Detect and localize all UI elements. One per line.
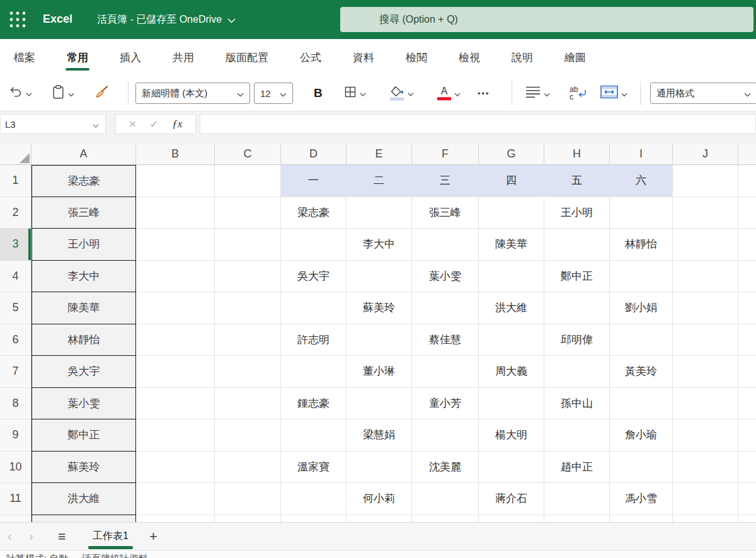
- cell-f7[interactable]: [412, 356, 479, 388]
- cell-a6[interactable]: 林靜怡: [32, 324, 136, 356]
- cell-j5[interactable]: [673, 292, 738, 324]
- cell-i6[interactable]: [610, 324, 673, 356]
- cell-k3[interactable]: [738, 229, 756, 261]
- cell-f1[interactable]: 三: [412, 165, 479, 197]
- cell-c1[interactable]: [215, 165, 281, 197]
- cell-g9[interactable]: 楊大明: [479, 419, 544, 452]
- next-sheet-button[interactable]: ›: [29, 523, 33, 550]
- ribbon-tab-home[interactable]: 常用: [67, 50, 88, 65]
- row-header-10[interactable]: 10: [0, 452, 32, 484]
- cell-e5[interactable]: 蘇美玲: [346, 292, 412, 324]
- column-header-c[interactable]: C: [215, 144, 281, 165]
- ribbon-tab-draw[interactable]: 繪圖: [564, 50, 586, 65]
- paste-button[interactable]: [52, 85, 74, 102]
- cell-c8[interactable]: [215, 388, 281, 420]
- app-name[interactable]: Excel: [43, 13, 72, 26]
- cell-f6[interactable]: 蔡佳慧: [412, 324, 479, 356]
- cell-b11[interactable]: [136, 483, 215, 515]
- font-size-select[interactable]: 12: [254, 83, 293, 104]
- column-header-j[interactable]: J: [673, 144, 738, 165]
- cell-i4[interactable]: [610, 261, 673, 293]
- alignment-button[interactable]: [525, 86, 550, 101]
- ribbon-tab-insert[interactable]: 插入: [120, 50, 141, 65]
- ribbon-tab-formulas[interactable]: 公式: [300, 50, 321, 65]
- column-header-g[interactable]: G: [479, 144, 544, 165]
- app-launcher-icon[interactable]: [9, 11, 26, 31]
- number-format-select[interactable]: 通用格式: [650, 83, 756, 104]
- cell-c5[interactable]: [215, 292, 281, 324]
- cell-j8[interactable]: [673, 388, 738, 420]
- undo-button[interactable]: [9, 85, 32, 101]
- ribbon-tab-view[interactable]: 檢視: [459, 50, 480, 65]
- wrap-text-button[interactable]: ab c: [569, 85, 586, 101]
- calc-mode-status[interactable]: 計算模式: 自動: [6, 553, 68, 558]
- cell-g10[interactable]: [479, 452, 544, 484]
- cell-a2[interactable]: 張三峰: [32, 197, 136, 229]
- row-header-7[interactable]: 7: [0, 356, 32, 388]
- cell-c12[interactable]: [215, 515, 281, 523]
- cell-c4[interactable]: [215, 261, 281, 293]
- cell-a11[interactable]: 洪大維: [32, 483, 136, 515]
- cell-j9[interactable]: [673, 419, 738, 452]
- cell-j6[interactable]: [673, 324, 738, 356]
- cell-i11[interactable]: 馮小雪: [610, 483, 673, 515]
- column-header-k-partial[interactable]: [738, 144, 756, 165]
- cell-d7[interactable]: [281, 356, 346, 388]
- cell-k2[interactable]: [738, 197, 756, 229]
- row-header-1[interactable]: 1: [0, 165, 32, 197]
- workbook-stats-status[interactable]: 活頁簿統計資料: [82, 553, 148, 558]
- cell-g5[interactable]: 洪大維: [479, 292, 544, 324]
- column-header-b[interactable]: B: [136, 144, 215, 165]
- cell-k1[interactable]: [738, 165, 756, 197]
- row-header-8[interactable]: 8: [0, 388, 32, 420]
- row-header-4[interactable]: 4: [0, 261, 32, 293]
- cell-g3[interactable]: 陳美華: [479, 229, 544, 261]
- row-header-11[interactable]: 11: [0, 483, 32, 515]
- row-header-6[interactable]: 6: [0, 324, 32, 356]
- column-header-a[interactable]: A: [32, 144, 136, 165]
- cell-b5[interactable]: [136, 292, 215, 324]
- cell-e3[interactable]: 李大中: [346, 229, 412, 261]
- cell-g12[interactable]: [479, 515, 544, 523]
- more-font-options-button[interactable]: •••: [478, 89, 490, 98]
- cell-j2[interactable]: [673, 197, 738, 229]
- cell-h1[interactable]: 五: [544, 165, 610, 197]
- cell-e1[interactable]: 二: [346, 165, 412, 197]
- cell-h2[interactable]: 王小明: [544, 197, 610, 229]
- row-header-2[interactable]: 2: [0, 197, 32, 229]
- confirm-entry-button[interactable]: ✓: [149, 118, 158, 131]
- row-header-3[interactable]: 3: [0, 229, 32, 261]
- cell-c3[interactable]: [215, 229, 281, 261]
- cancel-entry-button[interactable]: ×: [129, 117, 136, 131]
- cell-i10[interactable]: [610, 452, 673, 484]
- cell-b9[interactable]: [136, 419, 215, 452]
- cell-g1[interactable]: 四: [479, 165, 544, 197]
- cell-k4[interactable]: [738, 261, 756, 293]
- cell-a8[interactable]: 葉小雯: [32, 388, 136, 420]
- cell-d3[interactable]: [281, 229, 346, 261]
- cell-f10[interactable]: 沈美麗: [412, 452, 479, 484]
- cell-d1[interactable]: 一: [281, 165, 346, 197]
- cell-e6[interactable]: [346, 324, 412, 356]
- cell-e11[interactable]: 何小莉: [346, 483, 412, 515]
- column-header-d[interactable]: D: [281, 144, 346, 165]
- cell-f5[interactable]: [412, 292, 479, 324]
- select-all-button[interactable]: [0, 144, 32, 165]
- cell-c6[interactable]: [215, 324, 281, 356]
- cell-e10[interactable]: [346, 452, 412, 484]
- cell-j11[interactable]: [673, 483, 738, 515]
- cell-h10[interactable]: 趙中正: [544, 452, 610, 484]
- cell-h12[interactable]: [544, 515, 610, 523]
- sheet-tab-active[interactable]: 工作表1: [87, 523, 134, 550]
- row-header-5[interactable]: 5: [0, 292, 32, 324]
- borders-button[interactable]: [344, 86, 366, 101]
- cell-g2[interactable]: [479, 197, 544, 229]
- cell-k11[interactable]: [738, 483, 756, 515]
- cell-e4[interactable]: [346, 261, 412, 293]
- bold-button[interactable]: B: [314, 86, 323, 100]
- cell-e8[interactable]: [346, 388, 412, 420]
- cell-d4[interactable]: 吳大宇: [281, 261, 346, 293]
- cell-f4[interactable]: 葉小雯: [412, 261, 479, 293]
- prev-sheet-button[interactable]: ‹: [8, 523, 12, 550]
- cell-i7[interactable]: 黃美玲: [610, 356, 673, 388]
